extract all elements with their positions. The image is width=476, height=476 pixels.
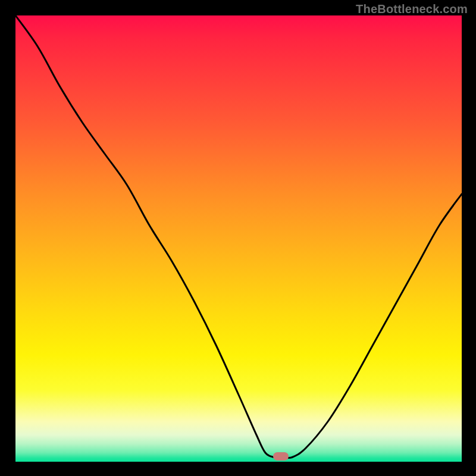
optimal-point-marker (273, 452, 289, 461)
chart-frame: TheBottleneck.com (0, 0, 476, 476)
plot-area (15, 15, 462, 462)
bottleneck-curve-path (15, 15, 462, 458)
curve-layer (15, 15, 462, 462)
watermark-text: TheBottleneck.com (356, 2, 468, 16)
